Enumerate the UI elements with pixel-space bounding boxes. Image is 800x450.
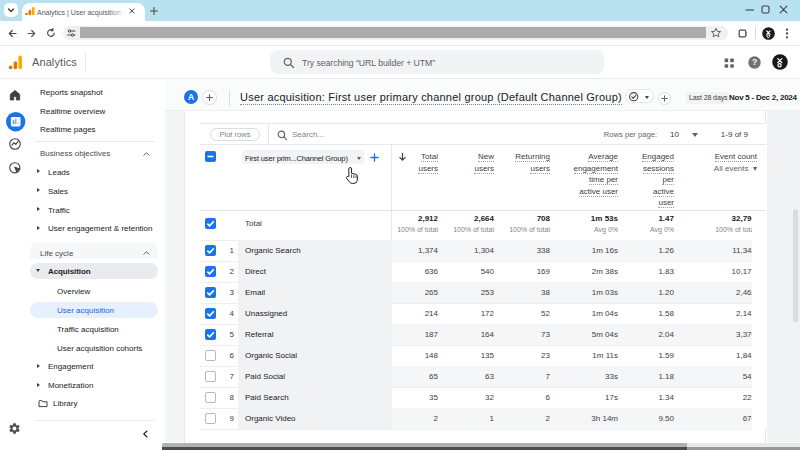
svg-text:A: A: [187, 92, 193, 102]
svg-text:?: ?: [752, 57, 757, 67]
